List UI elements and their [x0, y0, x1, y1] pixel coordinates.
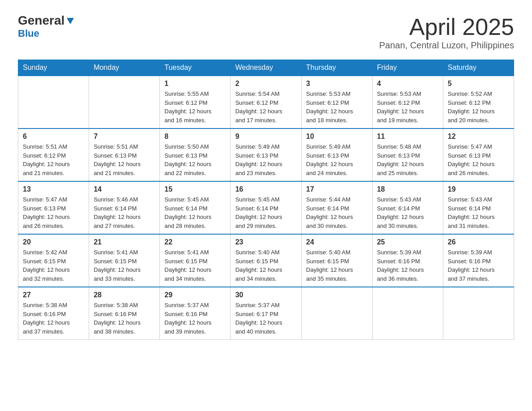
- day-number: 11: [377, 133, 438, 141]
- day-number: 3: [306, 80, 368, 88]
- day-number: 28: [94, 291, 155, 299]
- logo-blue-text: Blue: [18, 28, 39, 39]
- calendar-cell: 14Sunrise: 5:46 AM Sunset: 6:14 PM Dayli…: [89, 181, 160, 234]
- day-number: 22: [164, 238, 226, 246]
- col-header-thursday: Thursday: [301, 60, 372, 76]
- calendar-cell: [301, 287, 372, 340]
- col-header-monday: Monday: [89, 60, 160, 76]
- calendar-table: SundayMondayTuesdayWednesdayThursdayFrid…: [18, 60, 514, 340]
- calendar-cell: 11Sunrise: 5:48 AM Sunset: 6:13 PM Dayli…: [372, 128, 443, 181]
- calendar-cell: 5Sunrise: 5:52 AM Sunset: 6:12 PM Daylig…: [443, 76, 514, 128]
- day-info: Sunrise: 5:52 AM Sunset: 6:12 PM Dayligh…: [448, 90, 509, 124]
- col-header-saturday: Saturday: [443, 60, 514, 76]
- day-number: 16: [235, 185, 296, 193]
- calendar-cell: [89, 76, 160, 128]
- svg-marker-0: [67, 18, 74, 24]
- day-number: 23: [235, 238, 296, 246]
- logo-triangle-icon: [65, 16, 75, 26]
- day-info: Sunrise: 5:46 AM Sunset: 6:14 PM Dayligh…: [94, 195, 155, 230]
- day-number: 4: [377, 80, 438, 88]
- calendar-cell: 3Sunrise: 5:53 AM Sunset: 6:12 PM Daylig…: [301, 76, 372, 128]
- day-info: Sunrise: 5:53 AM Sunset: 6:12 PM Dayligh…: [377, 90, 438, 124]
- day-number: 5: [448, 80, 509, 88]
- day-info: Sunrise: 5:38 AM Sunset: 6:16 PM Dayligh…: [94, 301, 155, 336]
- day-info: Sunrise: 5:41 AM Sunset: 6:15 PM Dayligh…: [94, 248, 155, 283]
- day-number: 17: [306, 185, 368, 193]
- logo: General Blue: [18, 13, 75, 39]
- day-info: Sunrise: 5:49 AM Sunset: 6:13 PM Dayligh…: [235, 142, 296, 177]
- col-header-friday: Friday: [372, 60, 443, 76]
- calendar-cell: 1Sunrise: 5:55 AM Sunset: 6:12 PM Daylig…: [160, 76, 231, 128]
- calendar-cell: 27Sunrise: 5:38 AM Sunset: 6:16 PM Dayli…: [18, 287, 89, 340]
- day-info: Sunrise: 5:38 AM Sunset: 6:16 PM Dayligh…: [23, 301, 84, 336]
- logo-general-text: General: [18, 13, 64, 28]
- calendar-cell: [443, 287, 514, 340]
- calendar-cell: 13Sunrise: 5:47 AM Sunset: 6:13 PM Dayli…: [18, 181, 89, 234]
- day-number: 9: [235, 133, 296, 141]
- day-number: 25: [377, 238, 438, 246]
- title-area: April 2025 Panan, Central Luzon, Philipp…: [379, 13, 514, 51]
- calendar-cell: [372, 287, 443, 340]
- day-info: Sunrise: 5:37 AM Sunset: 6:17 PM Dayligh…: [235, 301, 296, 336]
- calendar-cell: 28Sunrise: 5:38 AM Sunset: 6:16 PM Dayli…: [89, 287, 160, 340]
- day-number: 2: [235, 80, 296, 88]
- col-header-tuesday: Tuesday: [160, 60, 231, 76]
- week-row-3: 13Sunrise: 5:47 AM Sunset: 6:13 PM Dayli…: [18, 181, 514, 234]
- calendar-cell: 26Sunrise: 5:39 AM Sunset: 6:16 PM Dayli…: [443, 234, 514, 287]
- calendar-header-row: SundayMondayTuesdayWednesdayThursdayFrid…: [18, 60, 514, 76]
- calendar-cell: 30Sunrise: 5:37 AM Sunset: 6:17 PM Dayli…: [231, 287, 301, 340]
- calendar-cell: 6Sunrise: 5:51 AM Sunset: 6:12 PM Daylig…: [18, 128, 89, 181]
- calendar-cell: 4Sunrise: 5:53 AM Sunset: 6:12 PM Daylig…: [372, 76, 443, 128]
- day-number: 20: [23, 238, 84, 246]
- week-row-2: 6Sunrise: 5:51 AM Sunset: 6:12 PM Daylig…: [18, 128, 514, 181]
- day-info: Sunrise: 5:41 AM Sunset: 6:15 PM Dayligh…: [164, 248, 226, 283]
- day-info: Sunrise: 5:43 AM Sunset: 6:14 PM Dayligh…: [448, 195, 509, 230]
- day-number: 1: [164, 80, 226, 88]
- day-info: Sunrise: 5:47 AM Sunset: 6:13 PM Dayligh…: [23, 195, 84, 230]
- day-info: Sunrise: 5:42 AM Sunset: 6:15 PM Dayligh…: [23, 248, 84, 283]
- calendar-cell: 9Sunrise: 5:49 AM Sunset: 6:13 PM Daylig…: [231, 128, 301, 181]
- day-info: Sunrise: 5:45 AM Sunset: 6:14 PM Dayligh…: [164, 195, 226, 230]
- week-row-1: 1Sunrise: 5:55 AM Sunset: 6:12 PM Daylig…: [18, 76, 514, 128]
- day-number: 13: [23, 185, 84, 193]
- calendar-cell: 20Sunrise: 5:42 AM Sunset: 6:15 PM Dayli…: [18, 234, 89, 287]
- day-info: Sunrise: 5:39 AM Sunset: 6:16 PM Dayligh…: [377, 248, 438, 283]
- day-number: 26: [448, 238, 509, 246]
- location-subtitle: Panan, Central Luzon, Philippines: [379, 40, 514, 51]
- calendar-cell: 19Sunrise: 5:43 AM Sunset: 6:14 PM Dayli…: [443, 181, 514, 234]
- day-info: Sunrise: 5:51 AM Sunset: 6:12 PM Dayligh…: [23, 142, 84, 177]
- day-number: 7: [94, 133, 155, 141]
- day-info: Sunrise: 5:54 AM Sunset: 6:12 PM Dayligh…: [235, 90, 296, 124]
- day-number: 30: [235, 291, 296, 299]
- day-info: Sunrise: 5:50 AM Sunset: 6:13 PM Dayligh…: [164, 142, 226, 177]
- calendar-cell: [18, 76, 89, 128]
- day-number: 15: [164, 185, 226, 193]
- calendar-cell: 17Sunrise: 5:44 AM Sunset: 6:14 PM Dayli…: [301, 181, 372, 234]
- day-info: Sunrise: 5:49 AM Sunset: 6:13 PM Dayligh…: [306, 142, 368, 177]
- calendar-cell: 21Sunrise: 5:41 AM Sunset: 6:15 PM Dayli…: [89, 234, 160, 287]
- day-number: 24: [306, 238, 368, 246]
- calendar-cell: 22Sunrise: 5:41 AM Sunset: 6:15 PM Dayli…: [160, 234, 231, 287]
- day-number: 10: [306, 133, 368, 141]
- col-header-wednesday: Wednesday: [231, 60, 301, 76]
- day-info: Sunrise: 5:47 AM Sunset: 6:13 PM Dayligh…: [448, 142, 509, 177]
- page-header: General Blue April 2025 Panan, Central L…: [18, 13, 514, 51]
- calendar-cell: 25Sunrise: 5:39 AM Sunset: 6:16 PM Dayli…: [372, 234, 443, 287]
- day-info: Sunrise: 5:51 AM Sunset: 6:13 PM Dayligh…: [94, 142, 155, 177]
- day-info: Sunrise: 5:40 AM Sunset: 6:15 PM Dayligh…: [306, 248, 368, 283]
- week-row-5: 27Sunrise: 5:38 AM Sunset: 6:16 PM Dayli…: [18, 287, 514, 340]
- day-info: Sunrise: 5:53 AM Sunset: 6:12 PM Dayligh…: [306, 90, 368, 124]
- day-number: 27: [23, 291, 84, 299]
- day-info: Sunrise: 5:43 AM Sunset: 6:14 PM Dayligh…: [377, 195, 438, 230]
- day-number: 6: [23, 133, 84, 141]
- day-info: Sunrise: 5:55 AM Sunset: 6:12 PM Dayligh…: [164, 90, 226, 124]
- day-info: Sunrise: 5:37 AM Sunset: 6:16 PM Dayligh…: [164, 301, 226, 336]
- day-info: Sunrise: 5:39 AM Sunset: 6:16 PM Dayligh…: [448, 248, 509, 283]
- calendar-cell: 15Sunrise: 5:45 AM Sunset: 6:14 PM Dayli…: [160, 181, 231, 234]
- day-number: 21: [94, 238, 155, 246]
- day-number: 19: [448, 185, 509, 193]
- calendar-cell: 18Sunrise: 5:43 AM Sunset: 6:14 PM Dayli…: [372, 181, 443, 234]
- calendar-cell: 29Sunrise: 5:37 AM Sunset: 6:16 PM Dayli…: [160, 287, 231, 340]
- col-header-sunday: Sunday: [18, 60, 89, 76]
- day-number: 29: [164, 291, 226, 299]
